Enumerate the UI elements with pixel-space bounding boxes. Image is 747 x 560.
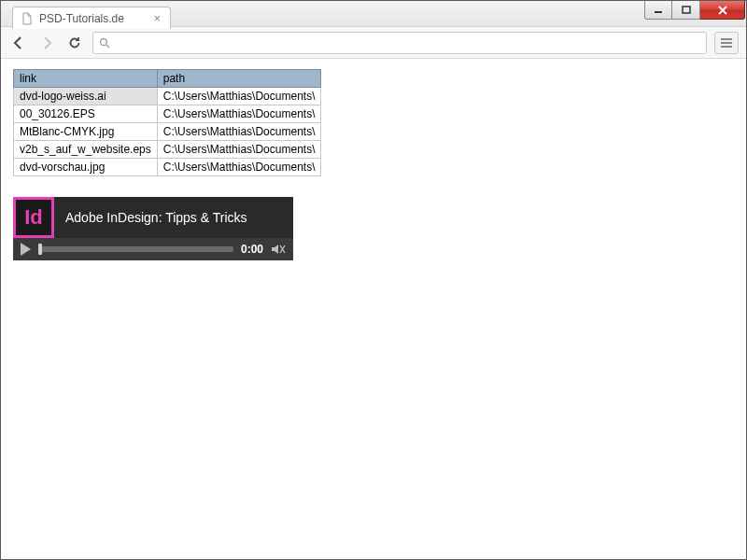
- svg-point-2: [101, 38, 107, 45]
- progress-bar[interactable]: [38, 246, 233, 252]
- table-row[interactable]: MtBlanc-CMYK.jpgC:\Users\Matthias\Docume…: [14, 123, 321, 141]
- svg-rect-0: [655, 11, 662, 13]
- cell-link: v2b_s_auf_w_website.eps: [14, 141, 158, 159]
- table-row[interactable]: dvd-logo-weiss.aiC:\Users\Matthias\Docum…: [14, 88, 321, 105]
- browser-tab[interactable]: PSD-Tutorials.de ×: [12, 7, 171, 29]
- svg-rect-1: [683, 7, 690, 13]
- cell-path: C:\Users\Matthias\Documents\: [157, 123, 321, 141]
- progress-thumb[interactable]: [38, 244, 42, 255]
- table-row[interactable]: dvd-vorschau.jpgC:\Users\Matthias\Docume…: [14, 159, 321, 176]
- back-button[interactable]: [8, 33, 29, 53]
- reload-button[interactable]: [64, 33, 85, 53]
- minimize-button[interactable]: [644, 1, 672, 20]
- column-header-link[interactable]: link: [14, 70, 158, 88]
- page-content: link path dvd-logo-weiss.aiC:\Users\Matt…: [2, 60, 745, 558]
- mute-button[interactable]: [271, 243, 286, 256]
- cell-link: 00_30126.EPS: [14, 105, 158, 123]
- video-title: Adobe InDesign: Tipps & Tricks: [54, 210, 247, 225]
- column-header-path[interactable]: path: [157, 70, 321, 88]
- links-table: link path dvd-logo-weiss.aiC:\Users\Matt…: [13, 69, 321, 176]
- tab-title: PSD-Tutorials.de: [39, 12, 124, 25]
- forward-button[interactable]: [36, 33, 57, 53]
- speaker-muted-icon: [271, 243, 286, 256]
- cell-path: C:\Users\Matthias\Documents\: [157, 159, 321, 176]
- menu-button[interactable]: [714, 32, 739, 54]
- video-player: Id Adobe InDesign: Tipps & Tricks 0:00: [13, 197, 293, 260]
- cell-path: C:\Users\Matthias\Documents\: [157, 105, 321, 123]
- video-controls: 0:00: [13, 238, 293, 260]
- browser-toolbar: [1, 27, 746, 59]
- table-row[interactable]: v2b_s_auf_w_website.epsC:\Users\Matthias…: [14, 141, 321, 159]
- cell-link: dvd-vorschau.jpg: [14, 159, 158, 176]
- titlebar: PSD-Tutorials.de ×: [1, 1, 746, 27]
- page-icon: [21, 12, 34, 25]
- video-header: Id Adobe InDesign: Tipps & Tricks: [13, 197, 293, 238]
- arrow-left-icon: [11, 35, 26, 50]
- indesign-app-icon: Id: [13, 197, 54, 238]
- arrow-right-icon: [39, 35, 54, 50]
- tab-close-icon[interactable]: ×: [153, 12, 161, 24]
- cell-link: MtBlanc-CMYK.jpg: [14, 123, 158, 141]
- play-button[interactable]: [21, 243, 31, 256]
- time-display: 0:00: [241, 243, 263, 256]
- maximize-button[interactable]: [672, 1, 700, 20]
- cell-path: C:\Users\Matthias\Documents\: [157, 88, 321, 105]
- cell-path: C:\Users\Matthias\Documents\: [157, 141, 321, 159]
- reload-icon: [67, 35, 82, 50]
- cell-link: dvd-logo-weiss.ai: [14, 88, 158, 105]
- window-controls: [644, 1, 745, 20]
- address-bar[interactable]: [92, 32, 707, 54]
- hamburger-icon: [720, 37, 733, 49]
- close-button[interactable]: [700, 1, 745, 20]
- table-row[interactable]: 00_30126.EPSC:\Users\Matthias\Documents\: [14, 105, 321, 123]
- search-icon: [99, 37, 110, 49]
- tab-strip: PSD-Tutorials.de ×: [12, 7, 171, 29]
- browser-window: PSD-Tutorials.de × link path: [0, 0, 747, 560]
